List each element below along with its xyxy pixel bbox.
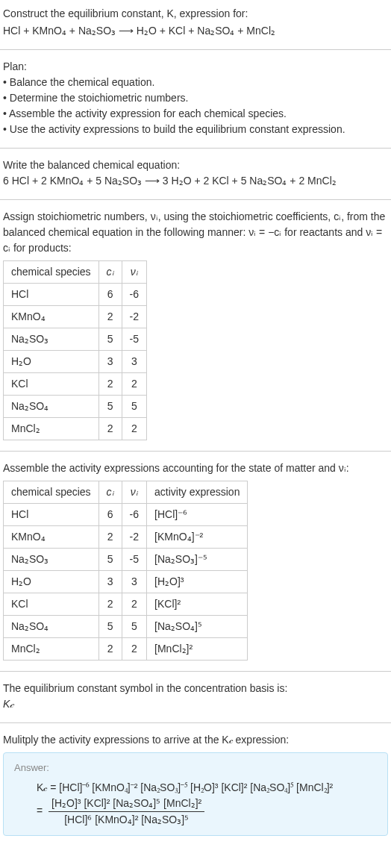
cell-activity: [MnCl₂]² <box>147 638 248 661</box>
cell-v: 3 <box>122 571 146 593</box>
assign-table: chemical species cᵢ νᵢ HCl6-6 KMnO₄2-2 N… <box>3 260 147 440</box>
cell-c: 6 <box>98 504 122 526</box>
table-row: MnCl₂22 <box>4 418 147 440</box>
cell-species: HCl <box>4 284 99 306</box>
final-section: Mulitply the activity expressions to arr… <box>0 726 391 842</box>
cell-v: 2 <box>122 373 146 396</box>
eq-prefix: = <box>37 805 46 817</box>
cell-species: Na₂SO₄ <box>4 396 99 418</box>
symbol-value: K𝒸 <box>3 696 388 712</box>
balanced-section: Write the balanced chemical equation: 6 … <box>0 152 391 200</box>
table-row: HCl6-6[HCl]⁻⁶ <box>4 504 248 526</box>
cell-c: 3 <box>98 571 122 593</box>
final-title: Mulitply the activity expressions to arr… <box>3 732 388 748</box>
cell-species: KMnO₄ <box>4 306 99 328</box>
cell-v: 2 <box>122 593 146 616</box>
th-species: chemical species <box>4 481 99 504</box>
cell-species: H₂O <box>4 571 99 593</box>
table-row: KCl22 <box>4 373 147 396</box>
intro-section: Construct the equilibrium constant, K, e… <box>0 0 391 50</box>
cell-species: H₂O <box>4 351 99 373</box>
cell-v: 3 <box>122 351 146 373</box>
table-row: Na₂SO₃5-5[Na₂SO₃]⁻⁵ <box>4 549 248 571</box>
cell-v: 5 <box>122 616 146 638</box>
plan-item-1: • Determine the stoichiometric numbers. <box>3 90 388 106</box>
table-header-row: chemical species cᵢ νᵢ activity expressi… <box>4 481 248 504</box>
cell-activity: [Na₂SO₃]⁻⁵ <box>147 549 248 571</box>
cell-v: 2 <box>122 638 146 661</box>
cell-c: 2 <box>98 638 122 661</box>
th-activity: activity expression <box>147 481 248 504</box>
cell-species: MnCl₂ <box>4 638 99 661</box>
symbol-text: The equilibrium constant symbol in the c… <box>3 681 388 696</box>
table-row: Na₂SO₄55[Na₂SO₄]⁵ <box>4 616 248 638</box>
table-row: HCl6-6 <box>4 284 147 306</box>
table-row: KMnO₄2-2 <box>4 306 147 328</box>
table-row: H₂O33[H₂O]³ <box>4 571 248 593</box>
cell-v: -2 <box>122 526 146 549</box>
cell-species: HCl <box>4 504 99 526</box>
cell-activity: [Na₂SO₄]⁵ <box>147 616 248 638</box>
answer-box: Answer: K𝒸 = [HCl]⁻⁶ [KMnO₄]⁻² [Na₂SO₃]⁻… <box>3 752 388 836</box>
table-row: KCl22[KCl]² <box>4 593 248 616</box>
cell-species: KCl <box>4 593 99 616</box>
plan-title: Plan: <box>3 59 388 75</box>
th-vi: νᵢ <box>122 261 146 284</box>
intro-line1: Construct the equilibrium constant, K, e… <box>3 6 388 22</box>
cell-species: Na₂SO₃ <box>4 328 99 351</box>
cell-c: 2 <box>98 418 122 440</box>
cell-c: 5 <box>98 616 122 638</box>
table-header-row: chemical species cᵢ νᵢ <box>4 261 147 284</box>
cell-activity: [KMnO₄]⁻² <box>147 526 248 549</box>
th-ci: cᵢ <box>98 481 122 504</box>
cell-v: 5 <box>122 396 146 418</box>
cell-v: -5 <box>122 549 146 571</box>
table-row: MnCl₂22[MnCl₂]² <box>4 638 248 661</box>
cell-activity: [HCl]⁻⁶ <box>147 504 248 526</box>
cell-c: 6 <box>98 284 122 306</box>
cell-c: 2 <box>98 593 122 616</box>
assign-text: Assign stoichiometric numbers, νᵢ, using… <box>3 209 388 256</box>
table-row: KMnO₄2-2[KMnO₄]⁻² <box>4 526 248 549</box>
th-vi: νᵢ <box>122 481 146 504</box>
assign-section: Assign stoichiometric numbers, νᵢ, using… <box>0 203 391 452</box>
cell-v: -2 <box>122 306 146 328</box>
symbol-section: The equilibrium constant symbol in the c… <box>0 675 391 723</box>
cell-species: MnCl₂ <box>4 418 99 440</box>
cell-species: KCl <box>4 373 99 396</box>
cell-v: -5 <box>122 328 146 351</box>
assemble-table: chemical species cᵢ νᵢ activity expressi… <box>3 481 248 661</box>
cell-activity: [H₂O]³ <box>147 571 248 593</box>
cell-c: 5 <box>98 549 122 571</box>
plan-section: Plan: • Balance the chemical equation. •… <box>0 53 391 149</box>
fraction: [H₂O]³ [KCl]² [Na₂SO₄]⁵ [MnCl₂]² [HCl]⁶ … <box>49 796 204 828</box>
kc-expanded: K𝒸 = [HCl]⁻⁶ [KMnO₄]⁻² [Na₂SO₃]⁻⁵ [H₂O]³… <box>37 780 377 796</box>
cell-species: KMnO₄ <box>4 526 99 549</box>
cell-c: 2 <box>98 373 122 396</box>
plan-item-2: • Assemble the activity expression for e… <box>3 106 388 122</box>
cell-c: 2 <box>98 526 122 549</box>
cell-c: 2 <box>98 306 122 328</box>
cell-c: 5 <box>98 396 122 418</box>
intro-equation: HCl + KMnO₄ + Na₂SO₃ ⟶ H₂O + KCl + Na₂SO… <box>3 23 388 39</box>
table-row: Na₂SO₃5-5 <box>4 328 147 351</box>
cell-species: Na₂SO₄ <box>4 616 99 638</box>
answer-label: Answer: <box>14 761 377 775</box>
table-row: Na₂SO₄55 <box>4 396 147 418</box>
plan-item-0: • Balance the chemical equation. <box>3 75 388 90</box>
balanced-title: Write the balanced chemical equation: <box>3 157 388 173</box>
intro-text1: Construct the equilibrium constant, K, e… <box>3 7 248 19</box>
kc-fraction-row: = [H₂O]³ [KCl]² [Na₂SO₄]⁵ [MnCl₂]² [HCl]… <box>37 796 377 828</box>
cell-species: Na₂SO₃ <box>4 549 99 571</box>
cell-v: -6 <box>122 504 146 526</box>
formula-block: K𝒸 = [HCl]⁻⁶ [KMnO₄]⁻² [Na₂SO₃]⁻⁵ [H₂O]³… <box>37 780 377 828</box>
denominator: [HCl]⁶ [KMnO₄]² [Na₂SO₃]⁵ <box>49 812 204 828</box>
cell-c: 5 <box>98 328 122 351</box>
th-ci: cᵢ <box>98 261 122 284</box>
numerator: [H₂O]³ [KCl]² [Na₂SO₄]⁵ [MnCl₂]² <box>49 796 204 812</box>
assemble-section: Assemble the activity expressions accoun… <box>0 455 391 672</box>
cell-c: 3 <box>98 351 122 373</box>
assemble-title: Assemble the activity expressions accoun… <box>3 460 388 476</box>
balanced-equation: 6 HCl + 2 KMnO₄ + 5 Na₂SO₃ ⟶ 3 H₂O + 2 K… <box>3 173 388 189</box>
table-row: H₂O33 <box>4 351 147 373</box>
